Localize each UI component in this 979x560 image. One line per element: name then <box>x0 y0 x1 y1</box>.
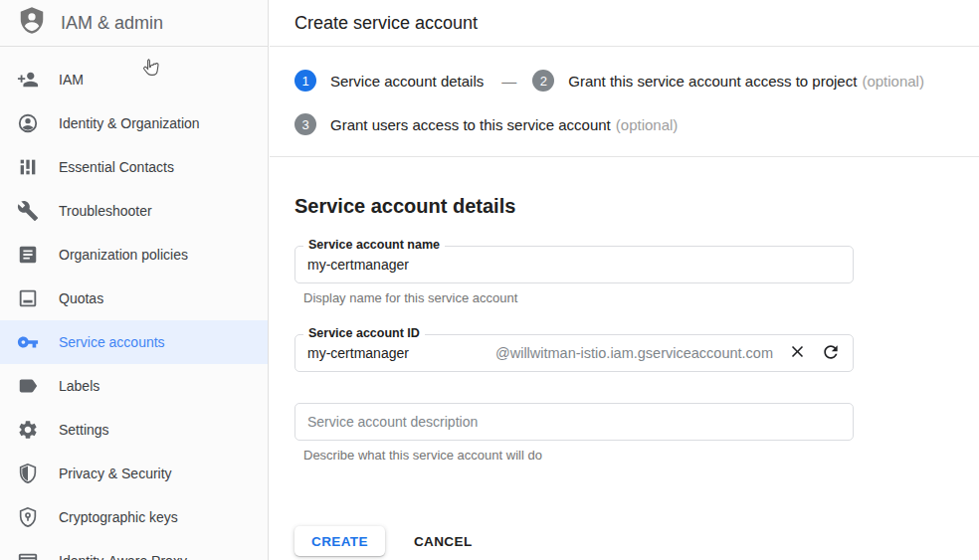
person-add-icon <box>17 69 39 91</box>
sidebar-item-label: Identity-Aware Proxy <box>59 553 187 560</box>
step-3-circle: 3 <box>294 113 316 135</box>
wrench-icon <box>17 200 39 222</box>
main-header: Create service account <box>270 0 979 47</box>
service-account-description-field[interactable] <box>294 403 854 441</box>
service-account-id-label: Service account ID <box>303 326 425 340</box>
sidebar-item-label: Labels <box>59 378 99 394</box>
sidebar-item-privacy-security[interactable]: Privacy & Security <box>0 452 268 495</box>
cancel-button[interactable]: CANCEL <box>414 534 473 549</box>
identity-person-icon <box>17 112 39 134</box>
sidebar-item-identity-organization[interactable]: Identity & Organization <box>0 101 268 145</box>
stepper: 1 Service account details — 2 Grant this… <box>270 47 979 157</box>
stepper-row-1: 1 Service account details — 2 Grant this… <box>294 59 979 102</box>
step-3-optional: (optional) <box>616 116 679 133</box>
service-account-name-field[interactable]: Service account name <box>294 246 854 283</box>
sidebar-item-label: Identity & Organization <box>59 115 200 131</box>
sidebar-item-label: Essential Contacts <box>59 159 174 175</box>
sidebar-item-label: Cryptographic keys <box>59 509 178 525</box>
sidebar-item-label: Service accounts <box>59 334 165 350</box>
step-2-optional: (optional) <box>862 73 924 90</box>
sidebar-item-organization-policies[interactable]: Organization policies <box>0 233 268 277</box>
sidebar-item-label: Settings <box>59 422 109 438</box>
step-2-label: Grant this service account access to pro… <box>568 73 857 90</box>
sidebar-item-settings[interactable]: Settings <box>0 408 268 452</box>
name-helper-text: Display name for this service account <box>303 290 979 305</box>
quotas-frame-icon <box>17 287 39 309</box>
sidebar-item-essential-contacts[interactable]: Essential Contacts <box>0 145 268 189</box>
proxy-window-icon <box>17 550 39 560</box>
sidebar-nav: IAM Identity & Organization <box>0 47 268 560</box>
close-icon <box>788 342 807 364</box>
iam-shield-person-icon <box>17 5 47 41</box>
sidebar-item-label: Troubleshooter <box>59 203 152 219</box>
iam-admin-console: IAM & admin IAM Identity & Organization <box>0 0 979 560</box>
create-button[interactable]: CREATE <box>294 526 385 556</box>
service-account-form: Service account details Service account … <box>270 195 979 556</box>
clear-id-button[interactable] <box>787 343 807 363</box>
section-title: Service account details <box>294 195 979 218</box>
stepper-row-2: 3 Grant users access to this service acc… <box>294 102 979 146</box>
sidebar-title: IAM & admin <box>61 13 163 34</box>
sidebar-item-label: IAM <box>59 72 84 88</box>
service-account-name-label: Service account name <box>303 238 445 252</box>
step-2-circle: 2 <box>532 70 554 92</box>
main-content: Create service account 1 Service account… <box>270 0 979 560</box>
service-account-description-input[interactable] <box>307 414 841 430</box>
sidebar-item-service-accounts[interactable]: Service accounts <box>0 320 268 364</box>
sidebar-item-label: Privacy & Security <box>59 466 172 481</box>
shield-half-icon <box>17 463 39 484</box>
step-1-circle: 1 <box>294 70 316 92</box>
form-actions: CREATE CANCEL <box>294 526 979 556</box>
step-1-label: Service account details <box>330 73 484 90</box>
service-account-key-icon <box>17 331 39 353</box>
sidebar-item-labels[interactable]: Labels <box>0 364 268 408</box>
contacts-bars-icon <box>17 156 39 178</box>
step-3-label: Grant users access to this service accou… <box>330 116 611 133</box>
sidebar-item-troubleshooter[interactable]: Troubleshooter <box>0 189 268 233</box>
sidebar-item-label: Organization policies <box>59 247 188 263</box>
sidebar-item-cryptographic-keys[interactable]: Cryptographic keys <box>0 495 268 539</box>
gear-icon <box>17 419 39 441</box>
sidebar-item-quotas[interactable]: Quotas <box>0 277 268 320</box>
description-helper-text: Describe what this service account will … <box>303 448 979 463</box>
page-title: Create service account <box>294 13 478 34</box>
sidebar-item-identity-aware-proxy[interactable]: Identity-Aware Proxy <box>0 539 268 560</box>
label-tag-icon <box>17 375 39 397</box>
service-account-id-field[interactable]: Service account ID @willwitman-istio.iam… <box>294 334 854 372</box>
shield-key-icon <box>17 506 39 528</box>
service-account-id-input[interactable] <box>307 345 495 361</box>
id-domain-suffix: @willwitman-istio.iam.gserviceaccount.co… <box>495 345 773 361</box>
service-account-name-input[interactable] <box>307 257 841 273</box>
sidebar: IAM & admin IAM Identity & Organization <box>0 0 269 560</box>
sidebar-item-iam[interactable]: IAM <box>0 58 268 101</box>
policy-document-icon <box>17 244 39 266</box>
sidebar-item-label: Quotas <box>59 290 103 306</box>
step-connector: — <box>501 73 516 90</box>
regenerate-id-button[interactable] <box>821 343 841 363</box>
refresh-icon <box>821 342 841 365</box>
sidebar-header: IAM & admin <box>0 0 268 47</box>
